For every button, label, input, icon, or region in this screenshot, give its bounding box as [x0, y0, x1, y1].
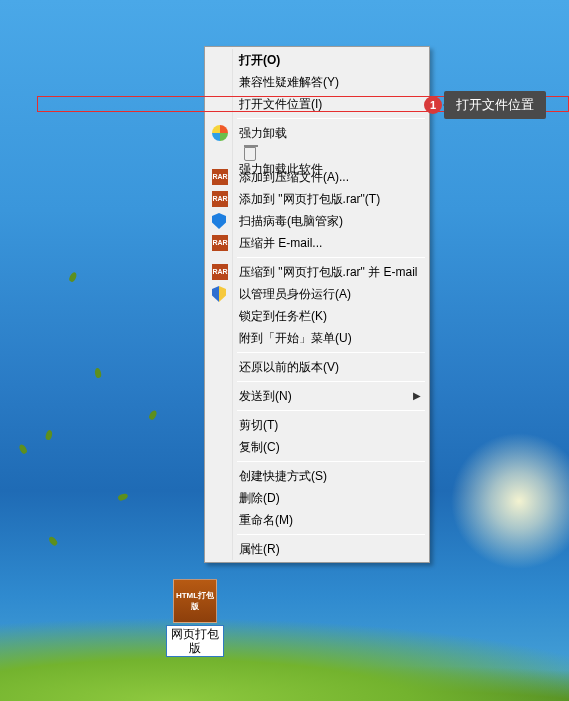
menu-item[interactable]: 属性(R) [207, 538, 427, 560]
menu-item-label: 添加到压缩文件(A)... [239, 170, 349, 184]
menu-separator [237, 352, 425, 353]
menu-item[interactable]: 打开(O) [207, 49, 427, 71]
menu-item[interactable]: 发送到(N)▶ [207, 385, 427, 407]
menu-item[interactable]: 删除(D) [207, 487, 427, 509]
menu-item[interactable]: 扫描病毒(电脑管家) [207, 210, 427, 232]
leaf-decor [148, 409, 158, 421]
shortcut-label: 网页打包版 [166, 625, 224, 657]
menu-separator [237, 257, 425, 258]
menu-separator [237, 534, 425, 535]
menu-item-label: 强力卸载 [239, 126, 287, 140]
leaf-decor [45, 429, 53, 440]
leaf-decor [94, 368, 102, 379]
trash-icon [244, 147, 256, 161]
menu-item[interactable]: 创建快捷方式(S) [207, 465, 427, 487]
menu-item[interactable]: RAR压缩并 E-mail... [207, 232, 427, 254]
menu-item[interactable]: RAR添加到压缩文件(A)... [207, 166, 427, 188]
menu-item[interactable]: 还原以前的版本(V) [207, 356, 427, 378]
menu-item-label: 扫描病毒(电脑管家) [239, 214, 343, 228]
menu-item-label: 打开文件位置(I) [239, 97, 322, 111]
rar-icon: RAR [212, 264, 228, 280]
menu-item[interactable]: 锁定到任务栏(K) [207, 305, 427, 327]
menu-item-label: 压缩到 "网页打包版.rar" 并 E-mail [239, 265, 418, 279]
menu-list: 打开(O)兼容性疑难解答(Y)打开文件位置(I)强力卸载强力卸载此软件RAR添加… [207, 49, 427, 560]
menu-item-label: 兼容性疑难解答(Y) [239, 75, 339, 89]
menu-item-label: 删除(D) [239, 491, 280, 505]
menu-separator [237, 461, 425, 462]
menu-item[interactable]: 打开文件位置(I) [207, 93, 427, 115]
leaf-decor [68, 271, 78, 283]
shortcut-tile: HTML打包版 [173, 579, 217, 623]
menu-item-label: 添加到 "网页打包版.rar"(T) [239, 192, 380, 206]
menu-item-label: 压缩并 E-mail... [239, 236, 322, 250]
menu-item-label: 创建快捷方式(S) [239, 469, 327, 483]
rar-icon: RAR [212, 169, 228, 185]
menu-item-label: 发送到(N) [239, 389, 292, 403]
chevron-right-icon: ▶ [413, 385, 421, 407]
menu-item-label: 以管理员身份运行(A) [239, 287, 351, 301]
menu-item[interactable]: 复制(C) [207, 436, 427, 458]
desktop-shortcut[interactable]: HTML打包版 网页打包版 [166, 579, 224, 657]
annotation-tooltip: 打开文件位置 [444, 91, 546, 119]
menu-item[interactable]: RAR添加到 "网页打包版.rar"(T) [207, 188, 427, 210]
menu-item[interactable]: 强力卸载此软件 [207, 144, 427, 166]
menu-separator [237, 381, 425, 382]
rar-icon: RAR [212, 235, 228, 251]
rar-icon: RAR [212, 191, 228, 207]
menu-item[interactable]: 兼容性疑难解答(Y) [207, 71, 427, 93]
menu-item-label: 附到「开始」菜单(U) [239, 331, 352, 345]
menu-item-label: 打开(O) [239, 53, 280, 67]
menu-item[interactable]: 以管理员身份运行(A) [207, 283, 427, 305]
menu-item-label: 锁定到任务栏(K) [239, 309, 327, 323]
menu-item[interactable]: RAR压缩到 "网页打包版.rar" 并 E-mail [207, 261, 427, 283]
menu-item-label: 还原以前的版本(V) [239, 360, 339, 374]
menu-item-label: 剪切(T) [239, 418, 278, 432]
shield-icon [212, 286, 226, 302]
leaf-decor [18, 443, 28, 455]
menu-item-label: 复制(C) [239, 440, 280, 454]
menu-item[interactable]: 强力卸载 [207, 122, 427, 144]
annotation-callout: 1 打开文件位置 [424, 91, 546, 119]
360-icon [212, 125, 228, 141]
menu-separator [237, 118, 425, 119]
context-menu: 打开(O)兼容性疑难解答(Y)打开文件位置(I)强力卸载强力卸载此软件RAR添加… [204, 46, 430, 563]
menu-item-label: 重命名(M) [239, 513, 293, 527]
menu-item[interactable]: 附到「开始」菜单(U) [207, 327, 427, 349]
menu-separator [237, 410, 425, 411]
shield-icon [212, 213, 226, 229]
shortcut-tile-text: HTML打包版 [174, 590, 216, 612]
menu-item[interactable]: 重命名(M) [207, 509, 427, 531]
menu-item[interactable]: 剪切(T) [207, 414, 427, 436]
menu-item-label: 属性(R) [239, 542, 280, 556]
